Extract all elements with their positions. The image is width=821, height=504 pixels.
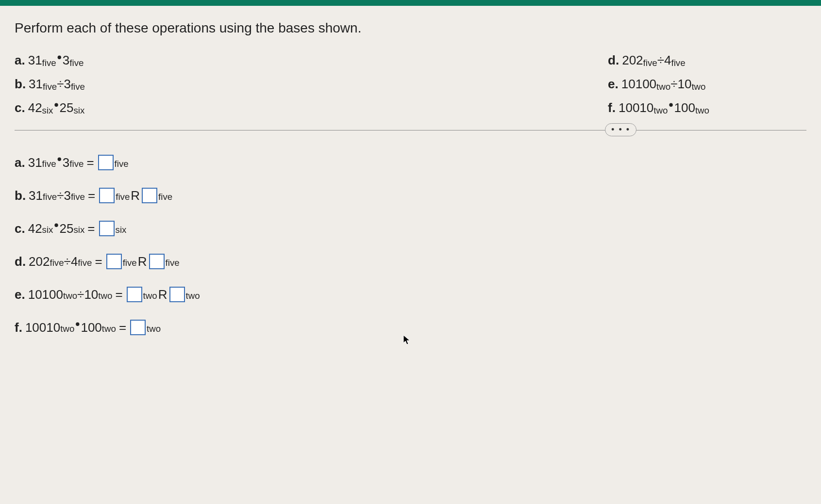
remainder-input[interactable] — [169, 287, 185, 302]
base-sub: two — [98, 291, 112, 301]
operand-2: 25 — [60, 100, 74, 115]
base-sub: five — [69, 159, 84, 169]
problem-label: f. — [608, 100, 616, 115]
section-divider: • • • — [15, 130, 806, 130]
answer-input[interactable] — [127, 287, 142, 302]
operand-2: 4 — [664, 53, 671, 68]
problem-e: e. 10100two ÷ 10two — [608, 77, 709, 92]
base-sub: two — [691, 81, 705, 92]
answer-label: c. — [15, 221, 25, 236]
base-sub: five — [69, 58, 84, 68]
answer-f: f. 10010two • 100two = two — [15, 320, 806, 335]
op-divide-icon: ÷ — [670, 77, 677, 92]
equals-sign: = — [86, 155, 94, 170]
equals-sign: = — [115, 287, 122, 302]
remainder-input[interactable] — [142, 188, 157, 203]
base-sub: five — [166, 258, 180, 268]
divider-line — [15, 130, 806, 130]
problem-label: c. — [15, 100, 25, 115]
base-sub: five — [115, 159, 129, 169]
problem-column-left: a. 31five • 3five b. 31five ÷ 3five c. 4… — [15, 53, 85, 115]
base-sub: five — [123, 258, 137, 268]
op-divide-icon: ÷ — [64, 254, 71, 269]
base-sub: six — [116, 225, 127, 235]
remainder-label: R — [158, 287, 168, 302]
operand-2: 10 — [84, 287, 98, 302]
answer-input[interactable] — [99, 221, 115, 236]
problem-label: a. — [15, 53, 25, 68]
answer-label: f. — [15, 320, 22, 335]
question-content: Perform each of these operations using t… — [0, 6, 821, 350]
answer-b: b. 31five ÷ 3five = five R five — [15, 188, 806, 203]
base-sub: two — [60, 324, 74, 334]
operand-2: 100 — [81, 320, 101, 335]
problem-label: d. — [608, 53, 619, 68]
base-sub: five — [116, 192, 130, 202]
base-sub: two — [695, 105, 709, 116]
answer-label: d. — [15, 254, 26, 269]
operand-2: 100 — [674, 100, 695, 115]
base-sub: five — [50, 258, 64, 268]
base-sub: two — [63, 291, 77, 301]
problem-list-top: a. 31five • 3five b. 31five ÷ 3five c. 4… — [15, 53, 806, 115]
ellipsis-icon: • • • — [611, 125, 630, 134]
operand-2: 3 — [64, 77, 70, 92]
problem-c: c. 42six • 25six — [15, 100, 85, 115]
operand-1: 31 — [28, 53, 42, 68]
operand-2: 25 — [60, 221, 74, 236]
op-multiply-icon: • — [75, 317, 80, 332]
answer-section: a. 31five • 3five = five b. 31five ÷ 3fi… — [15, 155, 806, 335]
base-sub: five — [42, 159, 56, 169]
base-sub: two — [102, 324, 116, 334]
app-header-bar — [0, 0, 821, 6]
operand-2: 3 — [64, 188, 70, 203]
base-sub: two — [653, 105, 668, 116]
operand-2: 4 — [71, 254, 78, 269]
problem-f: f. 10010two • 100two — [608, 100, 709, 115]
op-multiply-icon: • — [669, 98, 673, 113]
base-sub: six — [42, 225, 53, 235]
answer-c: c. 42six • 25six = six — [15, 221, 806, 236]
instruction-text: Perform each of these operations using t… — [15, 20, 806, 36]
answer-e: e. 10100two ÷ 10two = two R two — [15, 287, 806, 302]
op-multiply-icon: • — [54, 218, 58, 233]
operand-2: 3 — [63, 53, 69, 68]
operand-2: 3 — [63, 155, 69, 170]
operand-2: 10 — [677, 77, 691, 92]
more-button[interactable]: • • • — [605, 123, 637, 136]
base-sub: five — [42, 58, 56, 68]
base-sub: two — [656, 81, 670, 92]
operand-1: 31 — [28, 155, 42, 170]
operand-1: 42 — [28, 100, 42, 115]
remainder-label: R — [131, 188, 140, 203]
remainder-input[interactable] — [149, 254, 165, 269]
problem-label: e. — [608, 77, 619, 92]
answer-a: a. 31five • 3five = five — [15, 155, 806, 170]
problem-d: d. 202five ÷ 4five — [608, 53, 709, 68]
problem-column-right: d. 202five ÷ 4five e. 10100two ÷ 10two f… — [608, 53, 709, 115]
answer-label: e. — [15, 287, 25, 302]
answer-input[interactable] — [130, 320, 146, 335]
base-sub: two — [147, 324, 161, 334]
answer-label: b. — [15, 188, 26, 203]
problem-b: b. 31five ÷ 3five — [15, 77, 85, 92]
base-sub: five — [43, 192, 57, 202]
problem-a: a. 31five • 3five — [15, 53, 85, 68]
cursor-icon — [403, 335, 412, 348]
answer-d: d. 202five ÷ 4five = five R five — [15, 254, 806, 269]
operand-1: 10010 — [25, 320, 60, 335]
equals-sign: = — [87, 221, 95, 236]
op-multiply-icon: • — [54, 98, 58, 113]
answer-input[interactable] — [99, 188, 115, 203]
op-divide-icon: ÷ — [657, 53, 664, 68]
equals-sign: = — [88, 188, 95, 203]
base-sub: five — [71, 81, 85, 92]
answer-input[interactable] — [106, 254, 122, 269]
answer-input[interactable] — [98, 155, 114, 170]
base-sub: five — [643, 58, 657, 68]
op-divide-icon: ÷ — [77, 287, 84, 302]
base-sub: six — [74, 225, 85, 235]
op-multiply-icon: • — [57, 50, 62, 65]
base-sub: five — [671, 58, 685, 68]
base-sub: five — [158, 192, 172, 202]
